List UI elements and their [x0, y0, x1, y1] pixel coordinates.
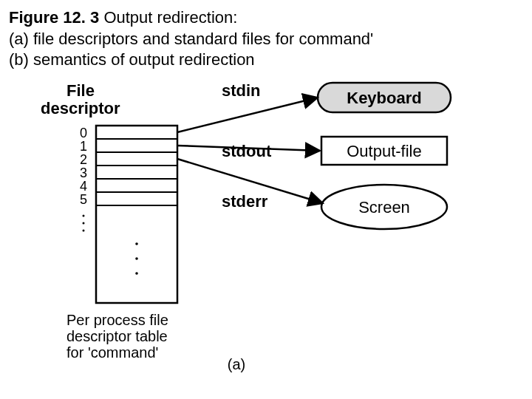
fd-index-2: 2 [80, 152, 87, 167]
figure-caption: Figure 12. 3 Output redirection: (a) fil… [0, 0, 532, 74]
fd-index-3: 3 [80, 166, 87, 180]
figure-title: Output redirection: [99, 8, 237, 27]
stdin-label: stdin [222, 81, 261, 100]
fd-index-4: 4 [80, 179, 87, 194]
arrow-stdin [177, 98, 318, 132]
output-file-label: Output-file [347, 142, 422, 160]
fd-table-caption: Per process file descriptor table for 'c… [66, 312, 172, 361]
screen-box: Screen [321, 185, 447, 229]
screen-label: Screen [358, 198, 410, 216]
svg-point-8 [83, 222, 85, 224]
keyboard-label: Keyboard [347, 89, 421, 107]
svg-point-12 [135, 272, 138, 275]
fd-index-5: 5 [80, 192, 87, 207]
fd-header-label: File descriptor [41, 81, 120, 117]
subfigure-label: (a) [228, 356, 245, 372]
svg-point-7 [83, 214, 85, 216]
figure-number: Figure 12. 3 [9, 8, 99, 27]
svg-point-10 [135, 242, 138, 245]
fd-table: 0 1 2 3 4 5 [80, 126, 177, 303]
output-file-box: Output-file [321, 137, 447, 165]
stderr-label: stderr [222, 192, 268, 211]
figure-caption-line-a: (a) file descriptors and standard files … [9, 30, 373, 48]
fd-index-1: 1 [80, 139, 87, 154]
stdout-label: stdout [222, 142, 272, 160]
diagram-svg: File descriptor 0 1 2 3 4 5 stdin stdout… [0, 74, 532, 392]
fd-index-0: 0 [80, 126, 87, 140]
svg-point-9 [83, 229, 85, 231]
figure-caption-line-b: (b) semantics of output redirection [9, 50, 255, 69]
keyboard-box: Keyboard [318, 83, 451, 112]
svg-point-11 [135, 257, 138, 260]
